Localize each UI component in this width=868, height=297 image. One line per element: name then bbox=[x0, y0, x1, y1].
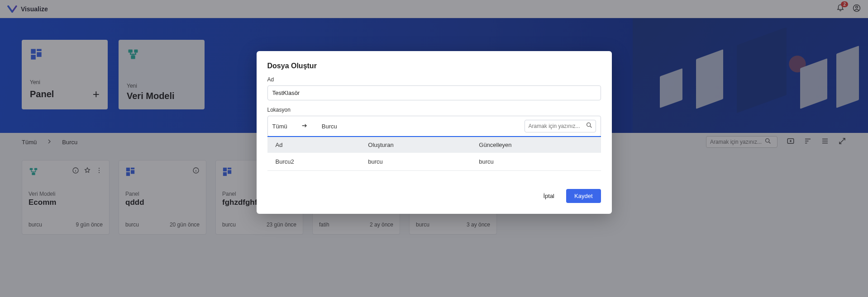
cell-creator: burcu bbox=[360, 153, 471, 171]
location-search-input[interactable] bbox=[529, 123, 583, 129]
save-button[interactable]: Kaydet bbox=[566, 189, 601, 203]
search-icon bbox=[586, 122, 593, 131]
svg-point-30 bbox=[587, 123, 590, 127]
col-name: Ad bbox=[267, 137, 360, 153]
modal-title: Dosya Oluştur bbox=[267, 62, 601, 70]
location-row: Tümü Burcu bbox=[267, 116, 601, 137]
table-row[interactable]: Burcu2 burcu burcu bbox=[267, 153, 601, 171]
location-table: Ad Oluşturan Güncelleyen Burcu2 burcu bu… bbox=[267, 137, 601, 171]
location-current[interactable]: Burcu bbox=[322, 123, 337, 130]
location-label: Lokasyon bbox=[267, 107, 601, 113]
modal-overlay: Dosya Oluştur Ad Lokasyon Tümü Burcu bbox=[0, 0, 868, 297]
location-search[interactable] bbox=[525, 120, 596, 132]
name-label: Ad bbox=[267, 76, 601, 83]
location-root[interactable]: Tümü bbox=[272, 123, 287, 130]
col-creator: Oluşturan bbox=[360, 137, 471, 153]
modal-actions: İptal Kaydet bbox=[267, 189, 601, 203]
cancel-button[interactable]: İptal bbox=[535, 189, 563, 203]
col-updater: Güncelleyen bbox=[471, 137, 601, 153]
arrow-right-icon bbox=[301, 122, 308, 131]
cell-name: Burcu2 bbox=[267, 153, 360, 171]
location-breadcrumb: Tümü Burcu bbox=[272, 122, 337, 131]
name-input[interactable] bbox=[267, 85, 601, 100]
cell-updater: burcu bbox=[471, 153, 601, 171]
create-file-modal: Dosya Oluştur Ad Lokasyon Tümü Burcu bbox=[257, 51, 612, 214]
